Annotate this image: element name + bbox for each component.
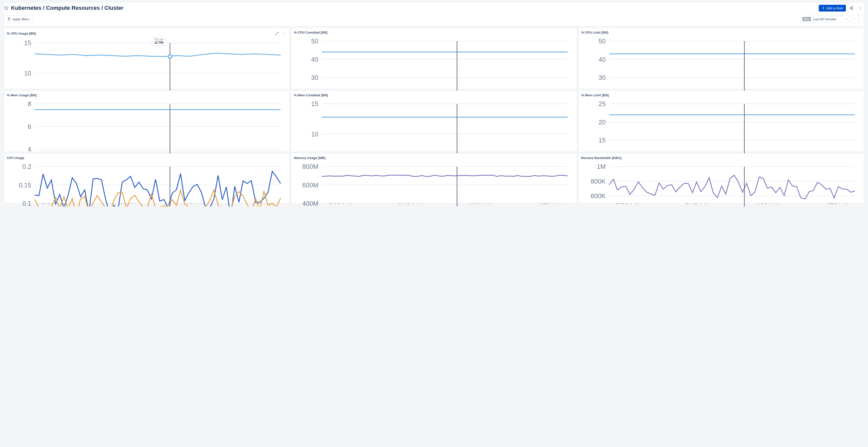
add-chart-label: Add a chart xyxy=(826,6,843,10)
svg-point-3 xyxy=(852,6,853,7)
svg-line-13 xyxy=(276,34,277,35)
panels-grid: % CPU Usage [BN]0510153:30 PM3:45 PM4:00… xyxy=(4,28,864,203)
chart-panel-mem_usage_mb: Memory Usage [MB]200M400M600M800M3:30 PM… xyxy=(291,153,577,203)
chart-panel-cpu_usage_raw: CPU Usage0.050.10.150.23:30 PM3:45 PM4:0… xyxy=(4,153,289,203)
time-next-button[interactable] xyxy=(858,15,864,23)
panel-title: % Mem Limit [BN] xyxy=(581,93,609,97)
svg-marker-0 xyxy=(4,6,8,10)
plus-icon xyxy=(822,6,825,9)
share-button[interactable] xyxy=(848,4,855,11)
chevron-down-icon xyxy=(846,18,849,21)
chart-panel-cpu_committed_pct: % CPU Comitted [BN]010203040503:30 PM3:4… xyxy=(291,28,577,89)
svg-text:1M: 1M xyxy=(597,163,606,170)
svg-marker-11 xyxy=(8,18,10,21)
svg-text:40: 40 xyxy=(598,56,606,63)
chart-panel-mem_committed_pct: % Mem Comitted [BN]0510153:30 PM3:45 PM4… xyxy=(291,91,577,152)
svg-text:10: 10 xyxy=(311,131,318,138)
svg-point-9 xyxy=(860,8,861,8)
svg-text:30: 30 xyxy=(311,74,318,81)
chart-area[interactable]: 0.050.10.150.23:30 PM3:45 PM4:00 PM4:15 … xyxy=(7,161,286,206)
svg-text:20: 20 xyxy=(598,118,606,126)
share-icon xyxy=(849,6,854,10)
svg-text:10: 10 xyxy=(24,70,31,77)
svg-line-12 xyxy=(277,32,278,33)
add-chart-button[interactable]: Add a chart xyxy=(819,5,846,11)
svg-text:600K: 600K xyxy=(591,193,606,199)
svg-text:0.2: 0.2 xyxy=(22,163,31,170)
svg-text:800K: 800K xyxy=(591,178,606,185)
svg-point-4 xyxy=(850,7,851,8)
svg-text:15: 15 xyxy=(311,100,318,107)
panel-title: % Mem Comitted [BN] xyxy=(294,93,328,97)
hover-point xyxy=(168,55,172,58)
svg-text:600M: 600M xyxy=(302,182,318,188)
svg-point-5 xyxy=(852,9,853,10)
svg-line-7 xyxy=(851,8,852,9)
svg-text:4: 4 xyxy=(28,146,31,153)
svg-point-10 xyxy=(860,9,861,9)
svg-text:15: 15 xyxy=(24,39,31,46)
svg-text:800M: 800M xyxy=(302,163,318,170)
panel-title: Receive Bandwidth [KB/s] xyxy=(581,156,622,160)
time-range-label: Last 60 minutes xyxy=(813,17,836,21)
svg-point-15 xyxy=(283,33,284,34)
page-header: Kubernetes / Compute Resources / Cluster… xyxy=(4,3,864,14)
chart-area[interactable]: 200K400K600K800K1M3:30 PM3:45 PM4:00 PM4… xyxy=(581,161,861,206)
svg-point-14 xyxy=(283,32,284,33)
apply-filters-button[interactable]: Apply filters xyxy=(4,15,32,23)
tooltip-value: 12.759 xyxy=(154,41,163,44)
time-prev-button[interactable] xyxy=(853,15,858,23)
svg-point-16 xyxy=(283,34,284,35)
chart-area[interactable]: 200M400M600M800M3:30 PM3:45 PM4:00 PM4:1… xyxy=(294,161,574,206)
panel-title: % Mem Usage [BN] xyxy=(7,93,36,97)
panel-title: % CPU Limit [BN] xyxy=(581,31,608,34)
panel-title: CPU Usage xyxy=(7,156,24,160)
chart-panel-mem_usage_pct: % Mem Usage [BN]024683:30 PM3:45 PM4:00 … xyxy=(4,91,289,152)
series-line xyxy=(35,171,281,206)
svg-text:400M: 400M xyxy=(302,200,318,206)
chevron-right-icon xyxy=(860,18,863,20)
time-range-picker[interactable]: 60m Last 60 minutes xyxy=(801,16,851,22)
svg-text:50: 50 xyxy=(311,38,318,45)
page-title: Kubernetes / Compute Resources / Cluster xyxy=(11,5,123,11)
apply-filters-label: Apply filters xyxy=(12,17,29,21)
svg-point-8 xyxy=(860,6,861,7)
svg-text:50: 50 xyxy=(598,38,606,45)
svg-text:40: 40 xyxy=(311,56,318,63)
svg-text:8: 8 xyxy=(28,100,31,107)
panel-title: % CPU Usage [BN] xyxy=(7,32,36,35)
filter-icon xyxy=(7,17,11,21)
panel-title: Memory Usage [MB] xyxy=(294,156,325,160)
panel-title: % CPU Comitted [BN] xyxy=(294,31,328,34)
more-vertical-icon xyxy=(859,6,863,10)
value-tooltip: TQL join12.759 xyxy=(152,37,166,45)
svg-text:15: 15 xyxy=(598,137,606,144)
panel-more-button[interactable] xyxy=(281,31,286,36)
svg-text:25: 25 xyxy=(598,100,606,107)
chart-panel-cpu_limit_pct: % CPU Limit [BN]010203040503:30 PM3:45 P… xyxy=(579,28,864,89)
time-nav xyxy=(852,15,864,23)
chart-panel-cpu_usage_pct: % CPU Usage [BN]0510153:30 PM3:45 PM4:00… xyxy=(4,28,289,89)
chevron-left-icon xyxy=(854,18,857,20)
time-range-badge: 60m xyxy=(802,17,811,21)
more-menu-button[interactable] xyxy=(857,4,864,11)
expand-icon xyxy=(275,32,279,35)
more-vertical-icon xyxy=(282,32,285,35)
svg-text:0.1: 0.1 xyxy=(22,200,31,206)
series-line xyxy=(322,175,568,176)
svg-text:6: 6 xyxy=(28,123,31,130)
tooltip-series-name: TQL join xyxy=(154,38,163,41)
series-line xyxy=(609,175,855,199)
chart-panel-mem_limit_pct: % Mem Limit [BN]05101520253:30 PM3:45 PM… xyxy=(579,91,864,152)
chart-panel-recv_bw: Receive Bandwidth [KB/s]200K400K600K800K… xyxy=(579,153,864,203)
svg-text:30: 30 xyxy=(598,74,606,81)
star-icon[interactable] xyxy=(4,6,8,10)
series-line xyxy=(35,53,281,57)
svg-line-6 xyxy=(851,7,852,8)
svg-text:0.15: 0.15 xyxy=(19,182,31,188)
toolbar: Apply filters 60m Last 60 minutes xyxy=(4,14,864,26)
expand-chart-button[interactable] xyxy=(274,31,280,36)
